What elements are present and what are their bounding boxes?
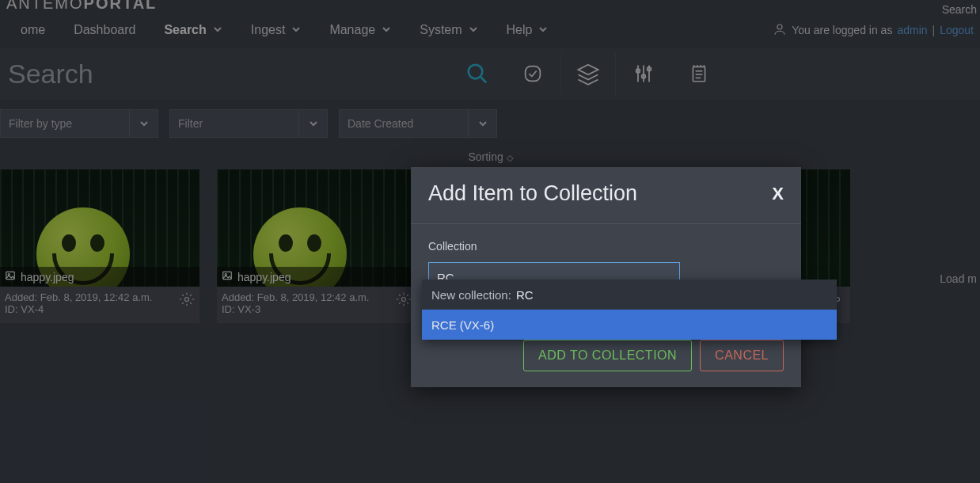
nav-manage[interactable]: Manage <box>315 23 405 37</box>
field-label-collection: Collection <box>428 240 784 253</box>
svg-rect-3 <box>526 67 541 82</box>
svg-marker-4 <box>579 65 598 75</box>
settings-sliders-button[interactable] <box>616 53 671 94</box>
collection-autocomplete: New collection: RC RCE (VX-6) <box>422 280 837 340</box>
chevron-down-icon <box>129 110 158 137</box>
autocomplete-new-collection[interactable]: New collection: RC <box>422 280 837 310</box>
filter-label: Date Created <box>348 117 413 130</box>
added-date: Added: Feb. 8, 2019, 12:42 a.m. <box>222 291 412 303</box>
user-prefix: You are logged in as <box>792 24 892 36</box>
notes-button[interactable] <box>671 53 727 94</box>
filter-type[interactable]: Filter by type <box>0 109 158 138</box>
svg-point-21 <box>185 298 189 302</box>
item-id: ID: VX-3 <box>222 303 412 315</box>
chevron-down-icon <box>298 110 327 137</box>
new-collection-prefix: New collection: <box>431 288 511 302</box>
cancel-button[interactable]: CANCEL <box>700 340 784 371</box>
filter-date[interactable]: Date Created <box>339 109 497 138</box>
filter-row: Filter by type Filter Date Created <box>0 100 980 147</box>
filename: happy.jpeg <box>237 271 291 283</box>
search-input[interactable] <box>0 51 443 96</box>
sort-arrows-icon: ◇ <box>507 153 512 162</box>
filter-label: Filter by type <box>9 117 72 130</box>
filter-label: Filter <box>178 117 203 130</box>
image-icon <box>5 270 16 283</box>
sorting-toggle[interactable]: Sorting ◇ <box>0 147 980 169</box>
thumbnail: happy.jpeg <box>217 169 416 287</box>
search-icon-button[interactable] <box>450 53 505 94</box>
nav-label: Dashboard <box>74 23 135 37</box>
close-icon[interactable]: X <box>772 184 784 204</box>
collection-button[interactable] <box>560 53 616 94</box>
toolbar <box>450 53 727 94</box>
filter-generic[interactable]: Filter <box>169 109 328 138</box>
nav-label: System <box>420 23 462 37</box>
nav-system[interactable]: System <box>405 23 492 37</box>
nav-help[interactable]: Help <box>492 23 563 37</box>
thumbnail: happy.jpeg <box>0 169 199 287</box>
nav-label: ome <box>21 23 45 37</box>
nav-ingest[interactable]: Ingest <box>237 23 316 37</box>
load-more-link[interactable]: Load m <box>940 272 977 285</box>
add-to-collection-button[interactable]: ADD TO COLLECTION <box>523 340 692 371</box>
autocomplete-match[interactable]: RCE (VX-6) <box>422 310 837 340</box>
top-nav: ome Dashboard Search Ingest Manage Syste… <box>0 13 980 48</box>
result-card[interactable]: happy.jpeg Added: Feb. 8, 2019, 12:42 a.… <box>217 169 416 323</box>
nav-label: Manage <box>329 23 375 37</box>
gear-icon[interactable] <box>396 291 412 307</box>
result-card[interactable]: happy.jpeg Added: Feb. 8, 2019, 12:42 a.… <box>0 169 199 323</box>
user-icon <box>773 22 787 39</box>
nav-label: Help <box>507 23 533 37</box>
modal-title: Add Item to Collection <box>428 181 637 206</box>
filename: happy.jpeg <box>21 271 74 283</box>
nav-home[interactable]: ome <box>6 23 59 37</box>
nav-search[interactable]: Search <box>150 23 236 37</box>
brand-logo: ANTEMOPORTAL <box>0 0 980 13</box>
svg-rect-19 <box>6 272 15 279</box>
gear-icon[interactable] <box>179 291 195 307</box>
logout-link[interactable]: Logout <box>940 24 974 36</box>
chevron-down-icon <box>291 23 301 37</box>
search-row <box>0 48 980 100</box>
svg-point-24 <box>402 298 406 302</box>
chevron-down-icon <box>469 23 478 37</box>
svg-line-2 <box>481 77 487 83</box>
added-date: Added: Feb. 8, 2019, 12:42 a.m. <box>5 291 195 303</box>
svg-point-1 <box>469 65 483 79</box>
svg-rect-22 <box>223 272 232 279</box>
chevron-down-icon <box>468 110 496 137</box>
item-id: ID: VX-4 <box>5 303 195 315</box>
nav-label: Ingest <box>251 23 286 37</box>
chevron-down-icon <box>382 23 391 37</box>
sorting-label: Sorting <box>468 150 503 163</box>
user-name-link[interactable]: admin <box>897 24 927 36</box>
image-icon <box>222 270 233 283</box>
divider: | <box>933 24 936 36</box>
add-to-collection-modal: Add Item to Collection X Collection New … <box>411 167 801 387</box>
saved-search-button[interactable] <box>505 53 560 94</box>
user-area: You are logged in as admin | Logout <box>773 22 974 39</box>
new-collection-value: RC <box>516 288 534 302</box>
chevron-down-icon <box>538 23 548 37</box>
chevron-down-icon <box>213 23 222 37</box>
nav-dashboard[interactable]: Dashboard <box>59 23 150 37</box>
top-search-link[interactable]: Search <box>942 3 977 16</box>
autocomplete-match-label: RCE (VX-6) <box>431 318 494 332</box>
svg-point-0 <box>777 25 782 29</box>
nav-label: Search <box>164 23 206 37</box>
